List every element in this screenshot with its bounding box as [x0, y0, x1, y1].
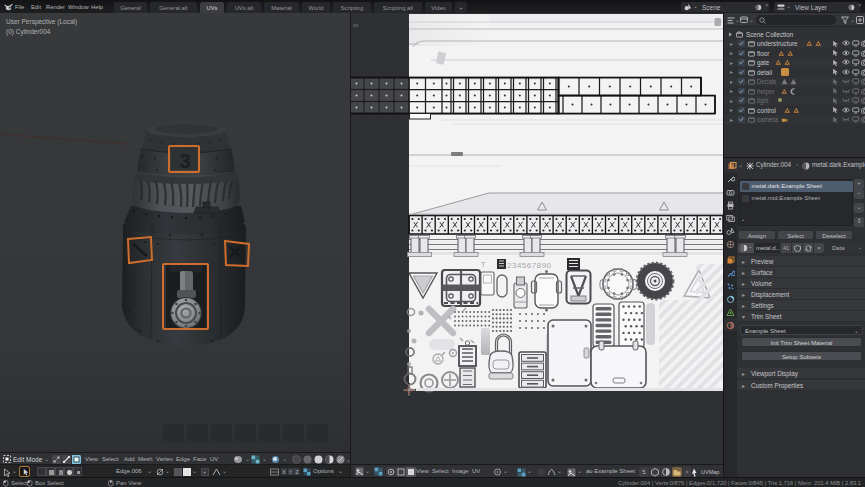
svg-text:234567890: 234567890 — [507, 261, 552, 270]
svg-text:3: 3 — [179, 149, 191, 172]
svg-text:T: T — [481, 261, 486, 268]
svg-text:‹›: ‹› — [353, 21, 359, 30]
